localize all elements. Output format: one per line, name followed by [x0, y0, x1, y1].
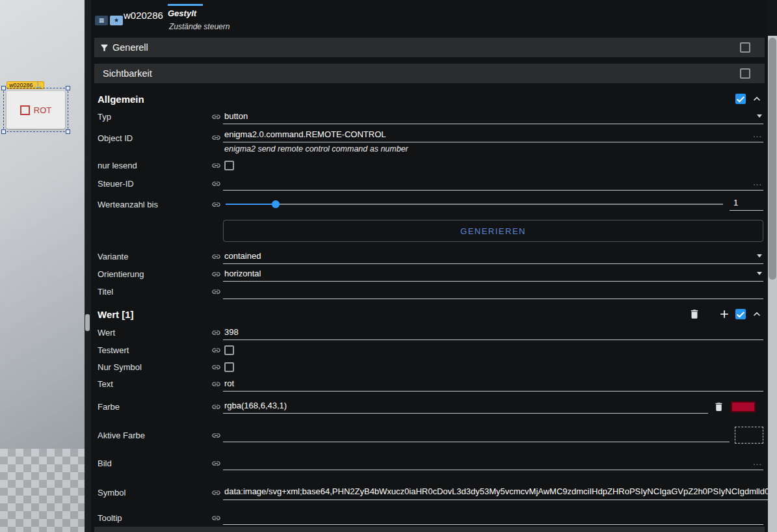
- object-id-value: enigma2.0.command.REMOTE-CONTROL: [224, 129, 753, 139]
- color-swatch[interactable]: [731, 401, 756, 412]
- object-id-more-button[interactable]: ...: [753, 129, 763, 139]
- wert-section-header[interactable]: Wert [1]: [98, 304, 763, 324]
- view-canvas[interactable]: w020286⚓ ROT: [0, 0, 85, 532]
- generate-button-row: GENERIEREN: [98, 220, 763, 242]
- link-icon[interactable]: [211, 200, 223, 209]
- farbe-label: Farbe: [98, 402, 211, 412]
- link-icon[interactable]: [211, 269, 223, 279]
- next-group-bar[interactable]: [94, 527, 765, 532]
- field-row-tooltip: Tooltip: [98, 509, 763, 527]
- slider-fill: [226, 204, 276, 205]
- widget-preview: w020286⚓ ROT: [7, 78, 66, 129]
- add-value-button[interactable]: [718, 308, 731, 321]
- link-icon[interactable]: [211, 179, 223, 189]
- widget-title: w020286: [124, 10, 163, 21]
- typ-select[interactable]: button: [223, 110, 763, 124]
- symbol-input[interactable]: data:image/svg+xml;base64,PHN2ZyB4bWxucz…: [223, 485, 768, 500]
- text-input[interactable]: rot: [223, 377, 763, 392]
- group-icon[interactable]: ▦: [95, 16, 108, 25]
- tooltip-input[interactable]: [223, 511, 763, 525]
- orientierung-select[interactable]: horizontal: [223, 267, 763, 282]
- slider-handle[interactable]: [272, 200, 280, 208]
- link-icon[interactable]: [211, 362, 223, 372]
- link-icon[interactable]: [211, 287, 223, 297]
- werteanzahl-slider[interactable]: [226, 200, 723, 209]
- panel-splitter: [85, 0, 91, 532]
- widget-id-text: w020286: [9, 82, 33, 88]
- scrollbar-cap: [768, 0, 777, 36]
- link-icon[interactable]: [211, 488, 223, 498]
- allgemein-enabled-checkbox[interactable]: [735, 94, 746, 104]
- empty-color-swatch[interactable]: [735, 427, 763, 444]
- werteanzahl-label: Werteanzahl bis: [98, 200, 211, 209]
- bild-more-button[interactable]: ...: [753, 457, 763, 467]
- field-row-object-id: Object ID enigma2.0.command.REMOTE-CONTR…: [98, 126, 763, 157]
- group-generell[interactable]: Generell: [94, 38, 765, 57]
- button-widget[interactable]: ROT: [7, 91, 65, 129]
- collapse-icon[interactable]: [750, 308, 763, 321]
- resize-handle[interactable]: [66, 86, 70, 90]
- section-allgemein: Allgemein Typ button Object: [91, 90, 768, 300]
- link-icon[interactable]: [211, 345, 223, 355]
- wert-value: 398: [224, 327, 763, 337]
- allgemein-section-header[interactable]: Allgemein: [98, 90, 763, 108]
- filter-icon: [99, 43, 109, 53]
- allgemein-title: Allgemein: [98, 94, 735, 105]
- delete-group-button[interactable]: [689, 308, 700, 320]
- star-icon[interactable]: ★: [110, 16, 123, 25]
- field-row-farbe: Farbe rgba(168,6,43,1): [98, 393, 763, 420]
- group-sichtbarkeit[interactable]: Sichtbarkeit: [94, 64, 765, 83]
- object-id-label: Object ID: [98, 128, 211, 143]
- slider-track[interactable]: [226, 204, 723, 205]
- resize-handle[interactable]: [1, 129, 6, 134]
- link-icon[interactable]: [211, 402, 223, 412]
- testwert-checkbox[interactable]: [224, 345, 234, 355]
- farbe-input[interactable]: rgba(168,6,43,1): [223, 399, 708, 414]
- transparency-checkerboard: [0, 449, 85, 532]
- field-row-text: Text rot: [98, 375, 763, 393]
- sichtbarkeit-checkbox[interactable]: [740, 68, 750, 79]
- bild-input[interactable]: ...: [223, 456, 763, 470]
- wert-input[interactable]: 398: [223, 326, 763, 340]
- steuer-id-input[interactable]: ...: [223, 176, 763, 191]
- link-icon[interactable]: [211, 161, 223, 170]
- link-icon[interactable]: [211, 379, 223, 389]
- nur-lesend-label: nur lesend: [98, 161, 211, 170]
- steuer-id-more-button[interactable]: ...: [753, 178, 763, 187]
- nur-symbol-checkbox[interactable]: [224, 362, 234, 372]
- clear-color-button[interactable]: [713, 401, 724, 412]
- wert-label: Wert: [98, 328, 211, 338]
- link-icon[interactable]: [211, 431, 223, 440]
- nur-lesend-checkbox[interactable]: [224, 161, 234, 170]
- link-icon[interactable]: [211, 328, 223, 338]
- object-id-input[interactable]: enigma2.0.command.REMOTE-CONTROL ...: [223, 128, 763, 142]
- red-square-icon: [20, 105, 30, 115]
- collapse-icon[interactable]: [750, 92, 763, 105]
- scrollbar-thumb[interactable]: [769, 38, 776, 280]
- link-icon[interactable]: [211, 513, 223, 523]
- steuer-id-label: Steuer-ID: [98, 179, 211, 189]
- tab-label: Gestylt: [168, 8, 230, 18]
- scrollbar[interactable]: [768, 0, 777, 532]
- werteanzahl-value-input[interactable]: 1: [730, 198, 763, 211]
- aktive-farbe-input[interactable]: [223, 428, 730, 442]
- tab-subtitle: Zustände steuern: [169, 22, 230, 31]
- variante-select[interactable]: contained: [223, 250, 763, 264]
- splitter-drag-handle[interactable]: [85, 314, 90, 331]
- link-icon[interactable]: [211, 112, 223, 122]
- link-icon[interactable]: [211, 128, 223, 142]
- field-row-steuer-id: Steuer-ID ...: [98, 174, 763, 193]
- titel-input[interactable]: [223, 285, 763, 299]
- generate-button[interactable]: GENERIEREN: [223, 220, 763, 242]
- link-icon[interactable]: [211, 252, 223, 261]
- aktive-farbe-label: Aktive Farbe: [98, 431, 211, 440]
- resize-handle[interactable]: [66, 129, 70, 134]
- wert-enabled-checkbox[interactable]: [735, 309, 746, 319]
- symbol-value: data:image/svg+xml;base64,PHN2ZyB4bWxucz…: [224, 486, 768, 496]
- panel-header: ▦ ★ w020286 Gestylt Zustände steuern: [91, 0, 768, 38]
- generell-checkbox[interactable]: [740, 42, 750, 53]
- tab-gestylt[interactable]: Gestylt Zustände steuern: [168, 0, 230, 31]
- resize-handle[interactable]: [1, 86, 6, 90]
- link-icon[interactable]: [211, 459, 223, 468]
- widget-id-badge: w020286⚓: [7, 81, 44, 89]
